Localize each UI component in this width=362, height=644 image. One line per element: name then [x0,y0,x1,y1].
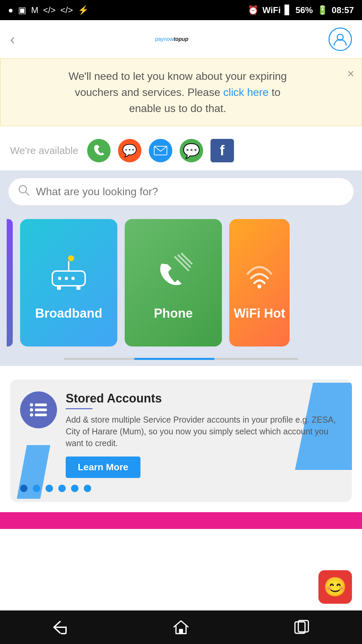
promo-title-underline [66,408,93,409]
broadband-label: Broadband [35,306,103,321]
app-header: ‹ paynowtopup [0,20,362,58]
back-nav-button[interactable] [47,614,74,641]
phone-icon-area [146,245,200,299]
app-logo: paynowtopup [155,36,189,42]
battery-icon: 🔋 [317,5,328,15]
promo-title: Stored Accounts [66,391,342,406]
svg-point-23 [30,413,33,417]
search-icon [18,184,30,199]
status-bar: ● ▣ M </> </> ⚡ ⏰ WiFi ▋ 56% 🔋 08:57 [0,0,362,20]
code-icon: </> [43,5,56,15]
svg-rect-9 [57,286,61,290]
phone-label: Phone [154,306,193,321]
phone-contact-icon[interactable] [87,139,111,162]
notification-text3: to [268,86,281,98]
alarm-icon: ⏰ [248,5,258,15]
usb-icon: ⚡ [78,5,88,15]
learn-more-button[interactable]: Learn More [66,457,140,478]
promo-description: Add & store multiple Service Provider ac… [66,414,342,449]
logo-topup: topup [174,36,188,42]
category-wifi[interactable]: WiFi Hot [229,219,290,346]
home-nav-button[interactable] [168,614,194,641]
notification-banner: We'll need to let you know about your ex… [0,58,362,126]
whatsapp-contact-icon[interactable]: 💬 [180,139,203,162]
user-avatar[interactable] [328,28,352,51]
categories-section: Broadband Phone [0,213,362,353]
search-bar [8,178,354,206]
search-input[interactable] [36,185,344,198]
svg-line-6 [25,192,29,195]
dot-6[interactable] [84,485,91,492]
dot-5[interactable] [71,485,78,492]
click-here-link[interactable]: click here [223,86,268,98]
promo-dots [20,485,342,492]
notification-text1: We'll need to let you know about your ex… [68,70,287,82]
scroll-thumb [134,358,215,360]
scroll-track [64,358,298,360]
wifi-icon: WiFi [262,5,281,15]
wifi-label: WiFi Hot [234,306,285,321]
wifi-icon-area [233,245,286,299]
svg-point-7 [68,255,74,261]
svg-line-17 [182,254,192,264]
category-broadband[interactable]: Broadband [20,219,117,346]
svg-point-21 [30,408,33,412]
chatbot-icon: 😊 [323,576,347,598]
code2-icon: </> [60,5,73,15]
gmail-icon: M [31,5,39,15]
facebook-contact-icon[interactable]: f [210,139,234,162]
promo-card: Stored Accounts Add & store multiple Ser… [10,379,352,502]
promo-text-area: Stored Accounts Add & store multiple Ser… [66,391,342,478]
whatsapp-status-icon: ● [8,5,13,15]
svg-rect-22 [35,409,47,411]
svg-point-13 [71,277,75,280]
dot-3[interactable] [46,485,53,492]
svg-point-18 [257,284,261,288]
scroll-indicator [0,353,362,366]
available-row: We're available 💬 💬 f [0,131,362,170]
status-icons-left: ● ▣ M </> </> ⚡ [8,5,88,15]
svg-rect-25 [179,629,183,634]
back-button[interactable]: ‹ [10,31,15,48]
recent-nav-button[interactable] [288,614,315,641]
bottom-nav [0,610,362,644]
partial-left-card [7,219,13,346]
svg-point-12 [65,277,68,280]
status-icons-right: ⏰ WiFi ▋ 56% 🔋 08:57 [248,5,354,15]
logo-paynow: paynow [155,36,174,42]
chat-contact-icon[interactable]: 💬 [118,139,141,162]
category-phone[interactable]: Phone [125,219,222,346]
categories-scroll: Broadband Phone [7,219,355,350]
search-section [0,170,362,213]
notification-text4: enable us to do that. [129,102,226,114]
svg-point-11 [58,277,61,280]
svg-rect-8 [52,271,85,286]
chatbot-button[interactable]: 😊 [318,570,352,604]
dot-4[interactable] [58,485,66,492]
dot-2[interactable] [33,485,40,492]
svg-rect-20 [35,404,47,406]
svg-rect-24 [35,414,47,416]
promo-section: Stored Accounts Add & store multiple Ser… [0,366,362,512]
dot-1[interactable] [20,485,27,492]
email-contact-icon[interactable] [149,139,172,162]
available-label: We're available [10,145,78,156]
contact-icons: 💬 💬 f [87,139,234,162]
notification-close-button[interactable]: × [347,65,354,83]
cast-icon: ▣ [18,5,26,15]
svg-point-19 [30,403,33,407]
broadband-icon-area [42,245,96,299]
notification-text2: vouchers and services. Please [75,86,223,98]
clock: 08:57 [332,5,354,15]
bottom-strip [0,512,362,529]
promo-icon-circle [20,391,57,428]
battery-percent: 56% [295,5,313,15]
signal-icon: ▋ [285,5,291,15]
promo-card-content: Stored Accounts Add & store multiple Ser… [20,391,342,478]
svg-rect-10 [76,286,80,290]
